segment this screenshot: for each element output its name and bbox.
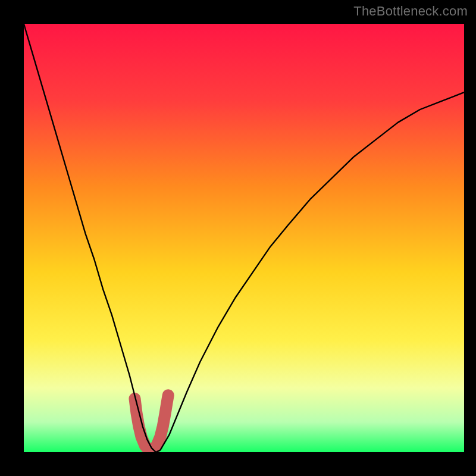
- chart-stage: TheBottleneck.com: [0, 0, 476, 476]
- chart-svg: [24, 24, 464, 452]
- plot-area: [24, 24, 464, 452]
- gradient-background: [24, 24, 464, 452]
- watermark-text: TheBottleneck.com: [353, 4, 468, 19]
